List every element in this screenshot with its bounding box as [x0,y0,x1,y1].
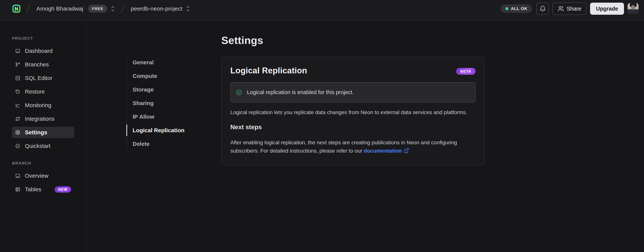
settings-nav-sharing[interactable]: Sharing [127,96,221,110]
settings-nav-general[interactable]: General [127,56,221,69]
sidebar-section-project: PROJECT [12,36,74,41]
description-text: Logical replication lets you replicate d… [230,108,476,116]
settings-content: Settings Logical Replication BETA Logica… [221,21,484,252]
gear-icon [15,130,20,135]
status-dot-icon [505,7,508,10]
user-avatar[interactable] [628,3,639,14]
git-branch-icon [15,62,20,67]
sidebar-item-monitoring[interactable]: Monitoring [12,100,74,111]
sidebar-item-label: SQL Editor [25,75,52,81]
new-badge: NEW [54,186,71,192]
sidebar-item-label: Settings [25,129,47,136]
settings-nav-compute[interactable]: Compute [127,69,221,83]
project-name: peerdb-neon-project [131,6,182,12]
settings-nav-logical-replication[interactable]: Logical Replication [127,124,221,137]
beta-badge: BETA [456,68,476,75]
breadcrumb: Amogh Bharadwaj FREE peerdb-neon-project [12,4,190,14]
sidebar-item-label: Tables [25,186,41,192]
page-title: Settings [221,34,484,46]
terminal-square-icon [15,76,20,81]
check-circle-icon [236,90,242,96]
window-icon [15,173,20,178]
logical-replication-card: Logical Replication BETA Logical replica… [221,56,484,165]
table-icon [15,187,20,192]
sidebar-item-label: Restore [25,88,45,95]
success-alert: Logical replication is enabled for this … [230,82,476,102]
sidebar-item-label: Integrations [25,116,54,122]
plan-badge: FREE [88,5,107,13]
neon-logo[interactable] [12,4,21,13]
share-label: Share [567,6,581,12]
topbar: Amogh Bharadwaj FREE peerdb-neon-project… [0,0,644,21]
documentation-link[interactable]: documentation [364,148,409,154]
sidebar-section-branch: BRANCH [12,161,74,166]
topbar-actions: ALL OK Share Upgrade [501,2,639,15]
users-icon [558,6,564,12]
status-label: ALL OK [511,6,527,11]
breadcrumb-separator [120,4,124,14]
sidebar-item-label: Quickstart [25,143,50,149]
app-shell: PROJECT Dashboard Branches [0,21,644,252]
main-content: General Compute Storage Sharing IP Allow… [86,21,644,252]
status-badge[interactable]: ALL OK [501,4,532,13]
sidebar-item-quickstart[interactable]: Quickstart [12,140,74,152]
next-steps-title: Next steps [230,123,476,131]
history-clock-icon [15,89,20,94]
alert-text: Logical replication is enabled for this … [247,89,354,96]
sidebar-item-label: Monitoring [25,102,51,108]
window-icon [15,48,20,54]
sidebar-branch-list: Overview Tables NEW [12,170,74,195]
chevron-up-down-icon [186,5,190,12]
account-switcher[interactable]: Amogh Bharadwaj FREE [36,5,115,13]
project-switcher[interactable]: peerdb-neon-project [131,5,190,12]
sidebar-item-sql-editor[interactable]: SQL Editor [12,72,74,84]
external-link-icon [404,148,409,153]
sidebar-item-label: Branches [25,61,49,68]
sidebar: PROJECT Dashboard Branches [0,21,86,252]
settings-nav-delete[interactable]: Delete [127,137,221,151]
upgrade-button[interactable]: Upgrade [590,3,624,15]
settings-nav-ip-allow[interactable]: IP Allow [127,110,221,124]
next-steps-text: After enabling logical replication, the … [230,138,476,155]
account-name: Amogh Bharadwaj [36,6,83,12]
chart-curve-icon [15,102,20,108]
sync-arrows-icon [15,116,20,122]
sidebar-item-dashboard[interactable]: Dashboard [12,45,74,56]
sidebar-item-overview[interactable]: Overview [12,170,74,182]
check-circle-icon [15,143,20,149]
card-header: Logical Replication BETA [230,65,476,76]
breadcrumb-separator [26,4,30,14]
sidebar-item-branches[interactable]: Branches [12,59,74,70]
notifications-button[interactable] [536,2,549,15]
share-button[interactable]: Share [552,2,587,15]
sidebar-item-integrations[interactable]: Integrations [12,113,74,124]
documentation-link-label: documentation [364,148,402,154]
sidebar-item-tables[interactable]: Tables NEW [12,184,74,195]
sidebar-item-restore[interactable]: Restore [12,86,74,97]
next-steps-text-body: After enabling logical replication, the … [230,140,457,154]
card-title: Logical Replication [230,65,307,76]
sidebar-item-settings[interactable]: Settings [12,127,74,138]
sidebar-project-list: Dashboard Branches SQL Editor [12,45,74,152]
bell-icon [540,6,546,12]
sidebar-item-label: Overview [25,172,48,179]
sidebar-item-label: Dashboard [25,48,53,54]
settings-nav: General Compute Storage Sharing IP Allow… [126,56,221,252]
chevron-up-down-icon [110,5,115,12]
settings-nav-storage[interactable]: Storage [127,83,221,96]
